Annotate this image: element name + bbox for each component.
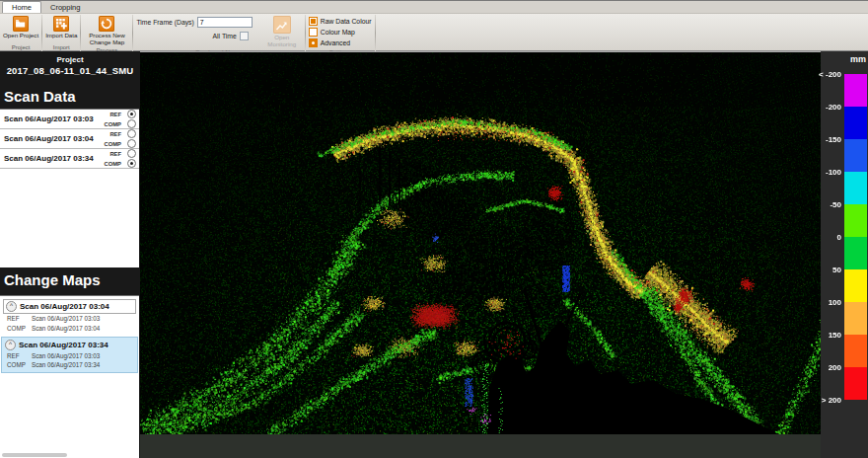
scale-colour-block <box>844 74 867 107</box>
import-data-button[interactable]: Import Data <box>45 15 77 39</box>
open-project-icon <box>13 16 29 32</box>
scale-colour-block <box>844 172 867 204</box>
ribbon: HomeCropping Open Project Project <box>0 0 868 51</box>
scale-tick-label: 100 <box>829 298 841 307</box>
scale-colour-block <box>844 107 867 139</box>
change-map-name: Scan 06/Aug/2017 03:04 <box>20 302 109 311</box>
ref-label: REF <box>109 131 121 137</box>
open-project-button[interactable]: Open Project <box>3 15 38 39</box>
horizontal-scrollbar-thumb[interactable] <box>2 453 67 457</box>
settings-option[interactable]: Advanced <box>309 38 372 47</box>
project-header: Project <box>0 55 140 64</box>
comp-label: COMP <box>105 121 121 127</box>
scan-data-row[interactable]: Scan 06/Aug/2017 03:04 REF COMP <box>0 129 139 149</box>
project-name: 2017_08_06-11_01_44_SMU <box>0 65 140 76</box>
scale-colour-block <box>844 269 867 302</box>
ref-radio[interactable] <box>127 149 136 158</box>
settings-options: Raw Data Colour Colour Map Advanced <box>309 15 372 48</box>
settings-option-label: Colour Map <box>321 29 355 36</box>
ribbon-group-import: Import Data Import <box>42 14 80 51</box>
scale-unit-label: mm <box>850 54 866 64</box>
time-frame-input[interactable] <box>197 17 253 28</box>
process-new-change-map-button[interactable]: Process New Change Map <box>84 15 129 46</box>
all-time-checkbox[interactable] <box>240 32 249 40</box>
scan-data-title: Scan Data <box>4 88 76 105</box>
ref-scan-value: Scan 06/Aug/2017 03:03 <box>32 314 136 324</box>
settings-option[interactable]: Raw Data Colour <box>309 17 372 26</box>
change-maps-title: Change Maps <box>4 271 101 288</box>
scale-tick-label: -50 <box>830 200 841 209</box>
ref-label: REF <box>7 314 32 324</box>
import-data-label: Import Data <box>45 33 77 39</box>
ribbon-group-project: Open Project Project <box>0 14 41 51</box>
comp-label: COMP <box>7 360 32 370</box>
collapse-toggle-icon[interactable]: ^ <box>5 340 16 350</box>
open-monitoring-button[interactable]: Open Monitoring <box>262 15 302 48</box>
comp-scan-value: Scan 06/Aug/2017 03:34 <box>32 360 136 370</box>
group-label-import: Import <box>45 43 77 51</box>
ribbon-tab-strip: HomeCropping <box>0 1 868 14</box>
scale-colour-block <box>844 367 867 400</box>
ref-scan-value: Scan 06/Aug/2017 03:03 <box>32 351 136 361</box>
time-frame-label: Time Frame (Days) <box>136 19 193 26</box>
all-time-label: All Time <box>213 33 237 39</box>
open-project-label: Open Project <box>3 33 38 39</box>
scale-colour-block <box>844 204 867 237</box>
scan-name: Scan 06/Aug/2017 03:34 <box>4 154 105 163</box>
ref-label: REF <box>7 351 32 361</box>
scale-tick-label: < -200 <box>819 70 841 79</box>
scale-colour-block <box>844 335 867 367</box>
process-label: Process New Change Map <box>84 33 129 46</box>
scale-tick-label: 50 <box>832 266 841 274</box>
settings-option-label: Raw Data Colour <box>321 18 372 25</box>
ribbon-body: Open Project Project Import Data Import <box>0 14 868 51</box>
change-maps-list: ^ Scan 06/Aug/2017 03:04 REF Scan 06/Aug… <box>0 295 139 458</box>
settings-option-label: Advanced <box>321 39 350 46</box>
scale-tick-label: -200 <box>826 103 841 112</box>
sidebar: Project 2017_08_06-11_01_44_SMU Scan Dat… <box>0 51 140 458</box>
scale-tick-label: 150 <box>829 331 841 340</box>
ribbon-group-process: Process New Change Map Process <box>81 14 132 51</box>
scan-data-row[interactable]: Scan 06/Aug/2017 03:03 REF COMP <box>0 110 139 129</box>
point-cloud-canvas[interactable] <box>140 52 821 434</box>
settings-checkbox[interactable] <box>309 17 318 26</box>
scale-tick-label: 0 <box>837 233 841 242</box>
process-icon <box>99 16 114 32</box>
application-window: HomeCropping Open Project Project <box>0 0 868 458</box>
ref-radio[interactable] <box>127 129 136 138</box>
open-monitoring-icon <box>273 16 291 34</box>
scale-tick-label: -150 <box>826 135 841 144</box>
comp-radio[interactable] <box>127 119 136 128</box>
open-monitoring-label: Open Monitoring <box>262 35 302 48</box>
settings-checkbox[interactable] <box>309 28 318 37</box>
collapse-toggle-icon[interactable]: ^ <box>6 301 17 312</box>
import-data-icon <box>53 16 69 32</box>
scale-tick-label: > 200 <box>822 396 841 405</box>
ref-radio[interactable] <box>127 110 136 118</box>
change-map-item[interactable]: ^ Scan 06/Aug/2017 03:34 REF Scan 06/Aug… <box>2 338 137 373</box>
scale-colour-block <box>844 139 867 172</box>
ribbon-group-graph-alarms: Time Frame (Days) All Time Open Monitori… <box>133 14 304 51</box>
ref-label: REF <box>109 151 121 157</box>
settings-option[interactable]: Colour Map <box>309 28 372 37</box>
ribbon-tab-home[interactable]: Home <box>2 1 41 13</box>
scan-name: Scan 06/Aug/2017 03:04 <box>4 134 105 143</box>
scan-data-row[interactable]: Scan 06/Aug/2017 03:34 REF COMP <box>0 149 139 169</box>
group-label-project: Project <box>3 43 38 51</box>
scale-colour-block <box>844 302 867 335</box>
settings-checkbox[interactable] <box>309 38 318 47</box>
comp-label: COMP <box>105 161 121 167</box>
comp-label: COMP <box>105 141 121 147</box>
scale-tick-label: 200 <box>829 363 841 372</box>
point-cloud-viewport[interactable] <box>140 51 821 434</box>
scan-name: Scan 06/Aug/2017 03:03 <box>4 114 105 123</box>
comp-radio[interactable] <box>127 139 136 148</box>
group-divider <box>375 15 376 51</box>
scan-data-list: Scan 06/Aug/2017 03:03 REF COMP Scan 06/… <box>0 109 139 267</box>
change-map-item[interactable]: ^ Scan 06/Aug/2017 03:04 REF Scan 06/Aug… <box>2 298 137 336</box>
change-map-name: Scan 06/Aug/2017 03:34 <box>19 341 108 349</box>
scale-colour-block <box>844 237 867 269</box>
ribbon-tab-cropping[interactable]: Cropping <box>41 2 89 13</box>
comp-radio[interactable] <box>127 159 136 168</box>
ribbon-group-settings: Raw Data Colour Colour Map Advanced Sett… <box>306 14 375 51</box>
